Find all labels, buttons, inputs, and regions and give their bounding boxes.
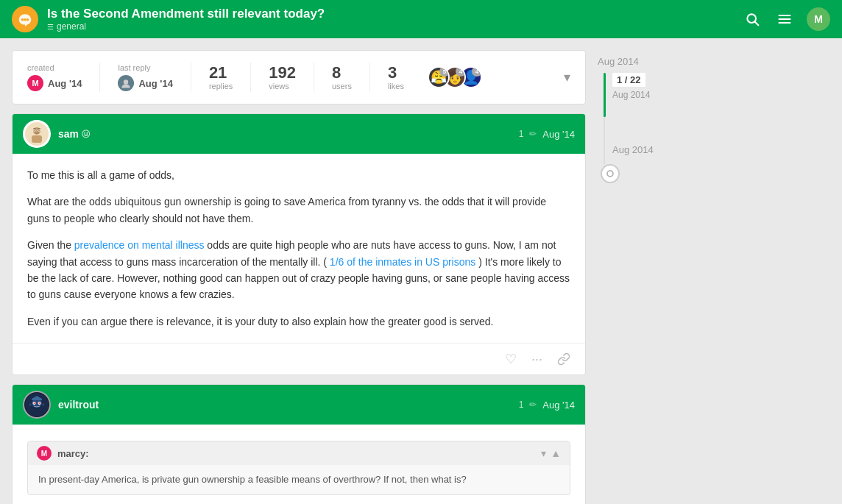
timeline-scroll-button[interactable] xyxy=(601,164,620,183)
edit-icon-2: ✏ xyxy=(529,400,537,410)
topic-stats-card: created M Aug '14 last reply Aug ' xyxy=(12,50,586,104)
post-paragraph-1: To me this is all a game of odds, xyxy=(27,167,570,183)
stats-divider-4 xyxy=(314,63,314,92)
search-button[interactable] xyxy=(742,9,763,29)
views-stat: 192 views xyxy=(269,64,296,90)
quote-block-1: M marcy ▾ ▲ In present-day America, is p… xyxy=(27,441,570,495)
post-author-avatar-1[interactable] xyxy=(23,120,51,148)
created-section: created M Aug '14 xyxy=(27,63,82,91)
avatar-stack: 😤 5 🧑 4 👤 4 xyxy=(428,66,482,88)
likes-value: 3 xyxy=(388,64,397,82)
post-author-name-1[interactable]: sam ⓤ xyxy=(58,128,512,140)
post-date-1: Aug '14 xyxy=(542,129,575,140)
post-paragraph-3: Given the prevalence on mental illness o… xyxy=(27,237,570,303)
users-label: users xyxy=(332,82,352,90)
stats-divider-2 xyxy=(191,63,191,92)
timeline-active xyxy=(604,73,606,117)
avatar-badge-3: 4 xyxy=(472,66,482,77)
last-reply-date: Aug '14 xyxy=(138,78,172,89)
timeline-track: 1 / 22 Aug 2014 Aug 2014 xyxy=(598,73,701,164)
post-body-2: M marcy ▾ ▲ In present-day America, is p… xyxy=(13,425,585,504)
likes-label: likes xyxy=(388,82,404,90)
timeline-position-sub: Aug 2014 xyxy=(612,90,650,100)
svg-point-3 xyxy=(26,18,29,21)
svg-point-24 xyxy=(607,171,613,177)
mental-illness-link[interactable]: prevalence on mental illness xyxy=(74,239,205,251)
created-date: Aug '14 xyxy=(48,78,82,89)
post-paragraph-2: What are the odds ubiquitous gun ownersh… xyxy=(27,194,570,227)
created-label: created xyxy=(27,63,54,72)
stats-divider-1 xyxy=(99,63,100,92)
post-body-1: To me this is all a game of odds, What a… xyxy=(13,154,585,343)
post-header-2: eviltrout 1 ✏ Aug '14 xyxy=(13,385,585,425)
sidebar-timeline: Aug 2014 1 / 22 Aug 2014 Aug 2014 xyxy=(598,50,701,504)
topic-title: Is the Second Amendment still relevant t… xyxy=(47,7,733,21)
topic-category[interactable]: general xyxy=(47,21,733,32)
svg-point-23 xyxy=(39,402,40,404)
creator-avatar: M xyxy=(27,75,43,91)
post-date-2: Aug '14 xyxy=(542,400,575,411)
replies-value: 21 xyxy=(209,64,227,82)
replies-label: replies xyxy=(209,82,233,90)
quote-body: In present-day America, is private gun o… xyxy=(28,465,570,494)
svg-point-2 xyxy=(24,18,26,21)
like-button-1[interactable]: ♡ xyxy=(505,351,517,367)
svg-point-15 xyxy=(34,129,35,131)
avatar-badge-1: 5 xyxy=(439,66,450,77)
svg-point-1 xyxy=(21,18,24,21)
trust-level-icon-1: ⓤ xyxy=(82,129,90,140)
likes-stat: 3 likes xyxy=(388,64,404,90)
stats-expand-button[interactable]: ▾ xyxy=(564,69,570,85)
quote-author-name: marcy xyxy=(57,448,89,459)
svg-rect-12 xyxy=(32,135,42,143)
last-reply-label: last reply xyxy=(118,63,172,72)
stats-divider-5 xyxy=(369,63,370,92)
post-author-avatar-2[interactable] xyxy=(23,391,51,419)
post-card-1: sam ⓤ 1 ✏ Aug '14 To me this is all a ga… xyxy=(12,113,586,375)
post-author-name-2[interactable]: eviltrout xyxy=(58,399,512,411)
post-actions-1: ♡ ··· xyxy=(13,343,585,375)
menu-button[interactable] xyxy=(774,9,795,29)
quote-controls: ▾ ▲ xyxy=(541,447,561,459)
timeline-end-date: Aug 2014 xyxy=(612,144,654,155)
more-button-1[interactable]: ··· xyxy=(531,352,542,367)
user-avatar-header[interactable]: M xyxy=(807,7,830,31)
post-meta-1: 1 ✏ Aug '14 xyxy=(519,129,575,140)
participant-avatar-1[interactable]: 😤 5 xyxy=(428,66,450,88)
edit-icon-1: ✏ xyxy=(529,129,537,139)
svg-point-22 xyxy=(34,402,35,404)
quote-header-1: M marcy ▾ ▲ xyxy=(28,441,570,465)
users-stat: 8 users xyxy=(332,64,352,90)
inmates-link[interactable]: 1/6 of the inmates in US prisons xyxy=(330,256,475,268)
svg-point-16 xyxy=(38,129,40,131)
post-paragraph-4: Even if you can argue there is relevance… xyxy=(27,313,570,330)
header-title-area: Is the Second Amendment still relevant t… xyxy=(47,7,733,32)
quote-jump-button[interactable]: ▲ xyxy=(551,447,561,459)
views-label: views xyxy=(269,82,289,90)
post-header-1: sam ⓤ 1 ✏ Aug '14 xyxy=(13,114,585,154)
post-number-2: 1 xyxy=(519,400,524,410)
link-button-1[interactable] xyxy=(557,352,570,366)
svg-point-9 xyxy=(124,79,128,84)
users-value: 8 xyxy=(332,64,341,82)
header-actions: M xyxy=(742,7,830,31)
avatar-badge-2: 4 xyxy=(456,66,466,77)
replies-stat: 21 replies xyxy=(209,64,233,90)
content-area: created M Aug '14 last reply Aug ' xyxy=(12,50,586,504)
timeline-position: 1 / 22 xyxy=(612,73,645,87)
discourse-logo xyxy=(12,6,38,32)
last-reply-section: last reply Aug '14 xyxy=(118,63,172,91)
participant-avatars: 😤 5 🧑 4 👤 4 xyxy=(428,66,482,88)
quote-collapse-button[interactable]: ▾ xyxy=(541,447,546,459)
last-reply-avatar xyxy=(118,75,134,91)
timeline-start-date: Aug 2014 xyxy=(598,56,701,67)
main-layout: created M Aug '14 last reply Aug ' xyxy=(0,38,842,504)
last-reply-row: Aug '14 xyxy=(118,75,172,91)
post-number-1: 1 xyxy=(519,129,524,139)
quote-author-avatar: M xyxy=(37,446,52,461)
app-header: Is the Second Amendment still relevant t… xyxy=(0,0,842,38)
post-card-2: eviltrout 1 ✏ Aug '14 M marcy ▾ ▲ xyxy=(12,384,586,504)
post-meta-2: 1 ✏ Aug '14 xyxy=(519,400,575,411)
creator-row: M Aug '14 xyxy=(27,75,82,91)
svg-line-5 xyxy=(755,22,759,26)
